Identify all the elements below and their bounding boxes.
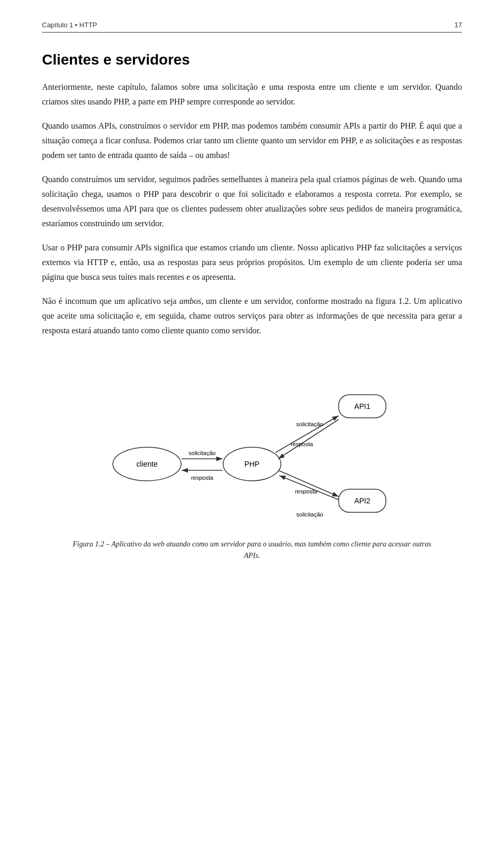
chapter-label: Capítulo 1 ▪ HTTP xyxy=(42,21,97,29)
figure-1-2: cliente PHP API1 API2 solicitação respos… xyxy=(42,354,462,562)
paragraph-5-italic: ambos xyxy=(179,297,201,305)
page-number: 17 xyxy=(455,21,462,29)
svg-line-18 xyxy=(279,476,339,500)
svg-text:API1: API1 xyxy=(354,402,371,410)
section-title: Clientes e servidores xyxy=(42,51,462,68)
figure-caption-text: – Aplicativo da web atuando como um serv… xyxy=(104,540,431,560)
svg-text:PHP: PHP xyxy=(245,460,260,468)
svg-text:solicitação: solicitação xyxy=(296,421,323,427)
svg-text:resposta: resposta xyxy=(295,488,318,494)
paragraph-2: Quando usamos APIs, construímos o servid… xyxy=(42,119,462,163)
page-header: Capítulo 1 ▪ HTTP 17 xyxy=(42,21,462,33)
paragraph-3: Quando construímos um servidor, seguimos… xyxy=(42,172,462,231)
figure-caption-label: Figura 1.2 xyxy=(73,540,104,548)
svg-text:solicitação: solicitação xyxy=(188,450,215,456)
diagram-svg: cliente PHP API1 API2 solicitação respos… xyxy=(100,354,404,532)
svg-text:resposta: resposta xyxy=(291,441,313,447)
svg-text:API2: API2 xyxy=(354,497,371,505)
paragraph-4: Usar o PHP para consumir APIs significa … xyxy=(42,240,462,284)
paragraph-5: Não é incomum que um aplicativo seja amb… xyxy=(42,294,462,338)
figure-caption: Figura 1.2 – Aplicativo da web atuando c… xyxy=(68,539,436,562)
paragraph-1: Anteriormente, neste capítulo, falamos s… xyxy=(42,80,462,109)
svg-text:resposta: resposta xyxy=(191,475,214,481)
svg-text:cliente: cliente xyxy=(136,460,158,468)
svg-text:solicitação: solicitação xyxy=(296,511,323,518)
paragraph-5-text-1: Não é incomum que um aplicativo seja xyxy=(42,297,179,305)
